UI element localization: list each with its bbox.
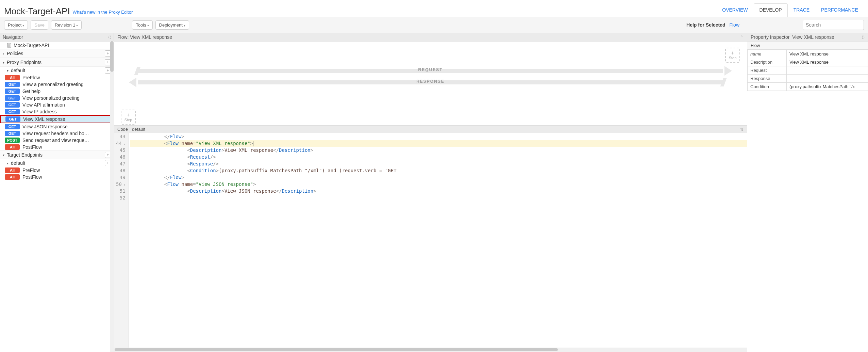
tab-performance[interactable]: PERFORMANCE	[815, 3, 864, 17]
method-badge: GET	[5, 102, 20, 108]
response-flow-line: RESPONSE	[121, 80, 740, 84]
tab-develop[interactable]: DEVELOP	[754, 3, 788, 17]
step-label: Step	[729, 56, 737, 60]
step-label: Step	[124, 118, 132, 122]
code-header: Code default ⇅	[114, 126, 747, 133]
search-input[interactable]	[803, 20, 864, 30]
flow-label: View a personalized greeting	[22, 82, 112, 87]
code-h-scrollbar[interactable]	[114, 348, 747, 352]
navigator-title: Navigator	[3, 34, 23, 40]
triangle-icon: ▸	[3, 52, 7, 55]
flow-label: Get help	[22, 89, 112, 94]
nav-section-proxy-endpoints[interactable]: ▾ Proxy Endpoints +	[0, 58, 114, 67]
revision-button[interactable]: Revision 1	[51, 20, 82, 30]
flow-canvas: + Step REQUEST RESPONSE + Step	[114, 42, 747, 125]
nav-scroll-thumb[interactable]	[110, 41, 114, 72]
method-badge: GET	[5, 116, 20, 122]
add-step-response-button[interactable]: + Step	[121, 110, 136, 125]
nav-scrollbar[interactable]	[110, 41, 114, 352]
project-button[interactable]: Project	[4, 20, 28, 30]
nav-root[interactable]: Mock-Target-API	[0, 42, 114, 49]
document-icon	[7, 43, 12, 48]
triangle-icon: ▾	[7, 161, 11, 165]
property-key: Description	[748, 58, 787, 66]
flow-label: PreFlow	[22, 75, 112, 80]
request-label: REQUEST	[411, 67, 449, 72]
triangle-icon: ▾	[7, 69, 11, 73]
property-value[interactable]: View XML response	[787, 58, 868, 66]
flow-item[interactable]: GETView IP address	[0, 108, 114, 115]
method-badge: GET	[5, 95, 20, 101]
flow-header: Flow: View XML response ⌃	[114, 33, 747, 42]
main-tabs: OVERVIEWDEVELOPTRACEPERFORMANCE	[716, 1, 864, 17]
flow-item[interactable]: GETView a personalized greeting	[0, 81, 114, 88]
method-badge: All	[5, 75, 20, 80]
method-badge: GET	[5, 82, 20, 87]
toolbar: Project Save Revision 1 Tools Deployment…	[0, 17, 868, 33]
property-value[interactable]	[787, 75, 868, 83]
arrow-left-icon	[129, 78, 136, 87]
flow-label: View JSON response	[22, 124, 112, 129]
triangle-icon: ▾	[3, 61, 7, 64]
property-table: nameView XML responseDescriptionView XML…	[747, 50, 868, 91]
plus-icon: +	[127, 112, 130, 118]
add-step-request-button[interactable]: + Step	[725, 48, 740, 63]
code-editor[interactable]: 43444546474849505152 </Flow> <Flow name=…	[114, 133, 747, 348]
property-value[interactable]: (proxy.pathsuffix MatchesPath "/x	[787, 83, 868, 91]
nav-sub-label: default	[11, 68, 25, 73]
deployment-button[interactable]: Deployment	[155, 20, 189, 30]
arrow-right-icon	[724, 66, 732, 76]
method-badge: All	[5, 174, 20, 180]
flow-label: PostFlow	[22, 174, 112, 180]
save-button[interactable]: Save	[31, 20, 48, 30]
flow-item[interactable]: GETView personalized greeting	[0, 95, 114, 101]
tools-button[interactable]: Tools	[132, 20, 152, 30]
flow-item[interactable]: GETView XML response	[0, 115, 114, 123]
navigator-panel: Navigator ⟨⟨ Mock-Target-API ▸ Policies …	[0, 33, 114, 352]
help-link[interactable]: Flow	[729, 22, 739, 28]
tab-overview[interactable]: OVERVIEW	[716, 3, 753, 17]
inspector-header: Property Inspector View XML response ⟩⟩	[747, 33, 868, 42]
method-badge: POST	[5, 138, 20, 143]
nav-sub-label: default	[11, 160, 25, 166]
navigator-header: Navigator ⟨⟨	[0, 33, 114, 42]
flow-item[interactable]: AllPostFlow	[0, 144, 114, 150]
property-key: Condition	[748, 83, 787, 91]
flow-item[interactable]: GETView request headers and bo…	[0, 130, 114, 137]
nav-target-default[interactable]: ▾ default +	[0, 159, 114, 167]
flow-item[interactable]: AllPreFlow	[0, 167, 114, 174]
flow-label: PreFlow	[22, 167, 112, 173]
method-badge: GET	[5, 131, 20, 136]
flow-item[interactable]: GETView API affirmation	[0, 101, 114, 108]
expand-right-icon[interactable]: ⟩⟩	[862, 35, 865, 39]
property-value[interactable]	[787, 66, 868, 75]
flow-label: View XML response	[23, 116, 112, 122]
nav-proxy-default[interactable]: ▾ default +	[0, 67, 114, 74]
collapse-up-icon[interactable]: ⌃	[740, 35, 744, 39]
collapse-code-icon[interactable]: ⇅	[740, 127, 744, 132]
method-badge: GET	[5, 89, 20, 94]
collapse-left-icon[interactable]: ⟨⟨	[108, 35, 111, 39]
main: Navigator ⟨⟨ Mock-Target-API ▸ Policies …	[0, 33, 868, 352]
nav-section-label: Proxy Endpoints	[7, 60, 41, 65]
code-label: Code	[117, 127, 128, 132]
flow-label: View personalized greeting	[22, 95, 112, 101]
response-label: RESPONSE	[410, 79, 451, 84]
nav-section-policies[interactable]: ▸ Policies +	[0, 49, 114, 58]
whats-new-link[interactable]: What's new in the Proxy Editor	[73, 10, 133, 17]
flow-item[interactable]: AllPostFlow	[0, 174, 114, 180]
code-h-thumb[interactable]	[115, 348, 558, 351]
flow-title: Flow: View XML response	[117, 34, 172, 40]
flow-item[interactable]: GETView JSON response	[0, 123, 114, 130]
flow-item[interactable]: GETGet help	[0, 88, 114, 95]
property-row: Request	[748, 66, 868, 75]
nav-root-label: Mock-Target-API	[14, 43, 49, 48]
code-filename: default	[132, 127, 145, 132]
flow-item[interactable]: POSTSend request and view reque…	[0, 137, 114, 144]
nav-section-target-endpoints[interactable]: ▾ Target Endpoints +	[0, 150, 114, 159]
property-key: Request	[748, 66, 787, 75]
property-value[interactable]: View XML response	[787, 50, 868, 58]
flow-item[interactable]: AllPreFlow	[0, 74, 114, 81]
tab-trace[interactable]: TRACE	[788, 3, 815, 17]
property-row: DescriptionView XML response	[748, 58, 868, 66]
